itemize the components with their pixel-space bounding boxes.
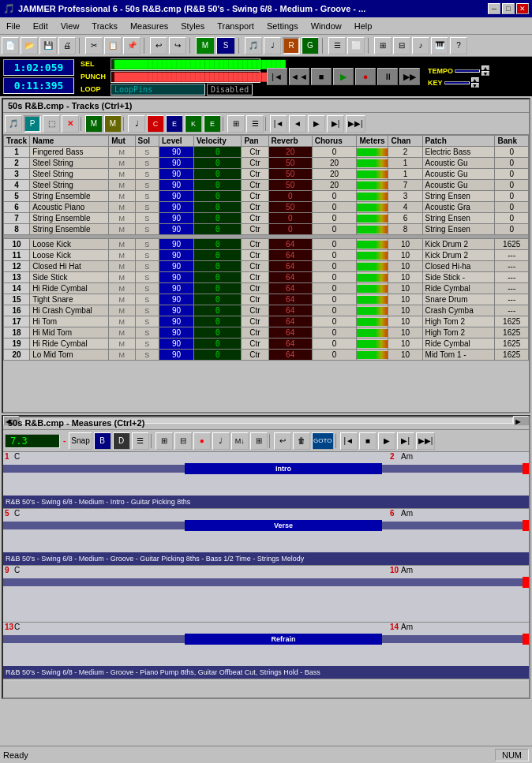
tracks-loop-btn[interactable]: P xyxy=(24,115,41,133)
track-level[interactable]: 90 xyxy=(159,338,194,350)
track-level[interactable]: 90 xyxy=(159,283,194,294)
track-velocity[interactable]: 0 xyxy=(193,224,241,235)
track-velocity[interactable]: 0 xyxy=(193,239,241,250)
track-level[interactable]: 90 xyxy=(159,327,194,338)
forward-button[interactable]: ▶▶ xyxy=(399,68,420,85)
measures-snap-btn[interactable]: Snap xyxy=(69,432,92,450)
tracks-select-btn[interactable]: ⬚ xyxy=(43,115,60,133)
track-level[interactable]: 90 xyxy=(159,224,194,235)
measures-grid-btn[interactable]: ⊞ xyxy=(250,432,268,450)
track-solo[interactable]: S xyxy=(135,338,159,350)
track-patch[interactable]: High Tom 2 xyxy=(422,327,495,338)
track-table-container[interactable]: Track Name Mut Sol Level Velocity Pan Re… xyxy=(3,135,529,415)
play-button[interactable]: ▶ xyxy=(333,68,354,85)
track-name[interactable]: Fingered Bass xyxy=(30,147,109,158)
track-pan[interactable]: Ctr xyxy=(242,305,268,316)
track-patch[interactable]: String Ensen xyxy=(422,213,495,224)
measure-section[interactable]: 9C10Am xyxy=(3,566,529,623)
measures-undo-btn[interactable]: ↩ xyxy=(274,432,291,450)
track-chorus[interactable]: 0 xyxy=(312,213,357,224)
measure-section[interactable]: 13C14AmRefrainR&B 50's - Swing 6/8 - Med… xyxy=(3,623,529,679)
track-chorus[interactable]: 0 xyxy=(312,147,357,158)
track-bank[interactable]: 0 xyxy=(495,202,529,213)
track-reverb[interactable]: 50 xyxy=(268,202,312,213)
track-name[interactable]: Steel String xyxy=(30,158,109,169)
measures-content[interactable]: 1C2AmIntroR&B 50's - Swing 6/8 - Medium … xyxy=(3,452,529,681)
undo-button[interactable]: ↩ xyxy=(150,37,167,54)
stop-button[interactable]: ■ xyxy=(311,68,332,85)
tool-btn-5[interactable]: R xyxy=(283,37,300,54)
track-name[interactable]: Tight Snare xyxy=(30,294,109,305)
tempo-up[interactable]: ▲ xyxy=(481,65,489,70)
track-velocity[interactable]: 0 xyxy=(193,213,241,224)
track-reverb[interactable]: 64 xyxy=(268,316,312,327)
track-bank[interactable]: --- xyxy=(495,261,529,272)
table-row[interactable]: 3 Steel String M S 90 0 Ctr 50 20 1 Acou… xyxy=(4,169,529,180)
track-level[interactable]: 90 xyxy=(159,350,194,361)
track-name[interactable]: Hi Mid Tom xyxy=(30,327,109,338)
track-level[interactable]: 90 xyxy=(159,191,194,202)
track-level[interactable]: 90 xyxy=(159,272,194,283)
track-mute[interactable]: M xyxy=(109,239,135,250)
cut-button[interactable]: ✂ xyxy=(85,37,103,54)
rewind-button[interactable]: ◄◄ xyxy=(289,68,309,85)
track-channel[interactable]: 8 xyxy=(388,224,422,235)
track-chorus[interactable]: 0 xyxy=(312,239,357,250)
menu-view[interactable]: View xyxy=(54,20,86,32)
print-button[interactable]: 🖨 xyxy=(58,37,76,54)
track-level[interactable]: 90 xyxy=(159,169,194,180)
track-pan[interactable]: Ctr xyxy=(242,294,268,305)
tracks-grid-btn[interactable]: ⊞ xyxy=(227,115,245,133)
table-row[interactable]: 20 Lo Mid Tom M S 90 0 Ctr 64 0 10 Mid T… xyxy=(4,350,529,361)
track-solo[interactable]: S xyxy=(135,294,159,305)
track-level[interactable]: 90 xyxy=(159,213,194,224)
track-mute[interactable]: M xyxy=(109,202,135,213)
measures-step2-btn[interactable]: ▶| xyxy=(397,432,414,450)
measures-mode-btn[interactable]: M↓ xyxy=(231,432,249,450)
track-patch[interactable]: Ride Cymbal xyxy=(422,283,495,294)
track-bank[interactable]: --- xyxy=(495,305,529,316)
track-reverb[interactable]: 0 xyxy=(268,224,312,235)
track-velocity[interactable]: 0 xyxy=(193,147,241,158)
track-bank[interactable]: 1625 xyxy=(495,316,529,327)
track-pan[interactable]: Ctr xyxy=(242,327,268,338)
track-mute[interactable]: M xyxy=(109,283,135,294)
track-name[interactable]: Side Stick xyxy=(30,272,109,283)
track-patch[interactable]: High Tom 2 xyxy=(422,316,495,327)
track-chorus[interactable]: 0 xyxy=(312,338,357,350)
measures-delete-btn[interactable]: ⊟ xyxy=(174,432,192,450)
track-chorus[interactable]: 20 xyxy=(312,158,357,169)
track-velocity[interactable]: 0 xyxy=(193,350,241,361)
tracks-note-btn[interactable]: ♩ xyxy=(128,115,145,133)
track-pan[interactable]: Ctr xyxy=(242,224,268,235)
menu-measures[interactable]: Measures xyxy=(124,20,174,32)
section-label[interactable]: Intro xyxy=(185,463,382,474)
track-solo[interactable]: S xyxy=(135,147,159,158)
track-channel[interactable]: 1 xyxy=(388,169,422,180)
record-button[interactable]: ● xyxy=(355,68,376,85)
track-channel[interactable]: 3 xyxy=(388,191,422,202)
menu-transport[interactable]: Transport xyxy=(211,20,260,32)
track-velocity[interactable]: 0 xyxy=(193,305,241,316)
table-row[interactable]: 11 Loose Kick M S 90 0 Ctr 64 0 10 Kick … xyxy=(4,250,529,261)
track-velocity[interactable]: 0 xyxy=(193,169,241,180)
track-solo[interactable]: S xyxy=(135,213,159,224)
track-velocity[interactable]: 0 xyxy=(193,272,241,283)
menu-styles[interactable]: Styles xyxy=(174,20,211,32)
scroll-right-btn[interactable]: ► xyxy=(513,416,529,425)
key-up[interactable]: ▲ xyxy=(471,77,479,82)
track-velocity[interactable]: 0 xyxy=(193,283,241,294)
track-mute[interactable]: M xyxy=(109,338,135,350)
track-solo[interactable]: S xyxy=(135,250,159,261)
track-patch[interactable]: Kick Drum 2 xyxy=(422,250,495,261)
section-label[interactable]: Verse xyxy=(185,520,382,531)
copy-button[interactable]: 📋 xyxy=(104,37,122,54)
track-patch[interactable]: String Ensen xyxy=(422,191,495,202)
track-mute[interactable]: M xyxy=(109,213,135,224)
paste-button[interactable]: 📌 xyxy=(123,37,140,54)
menu-settings[interactable]: Settings xyxy=(260,20,305,32)
track-mute[interactable]: M xyxy=(109,261,135,272)
table-row[interactable]: 16 Hi Crash Cymbal M S 90 0 Ctr 64 0 10 … xyxy=(4,305,529,316)
track-bank[interactable]: --- xyxy=(495,294,529,305)
track-bank[interactable]: 0 xyxy=(495,180,529,191)
